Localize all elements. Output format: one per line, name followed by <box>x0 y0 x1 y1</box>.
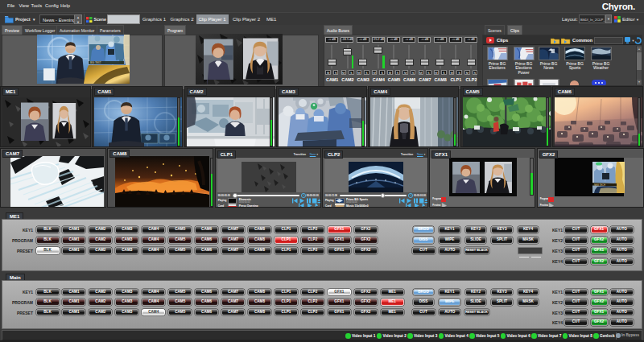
svg-text:NEW TECH: NEW TECH <box>594 183 605 187</box>
svg-text:BIG TEXT: BIG TEXT <box>90 61 101 64</box>
